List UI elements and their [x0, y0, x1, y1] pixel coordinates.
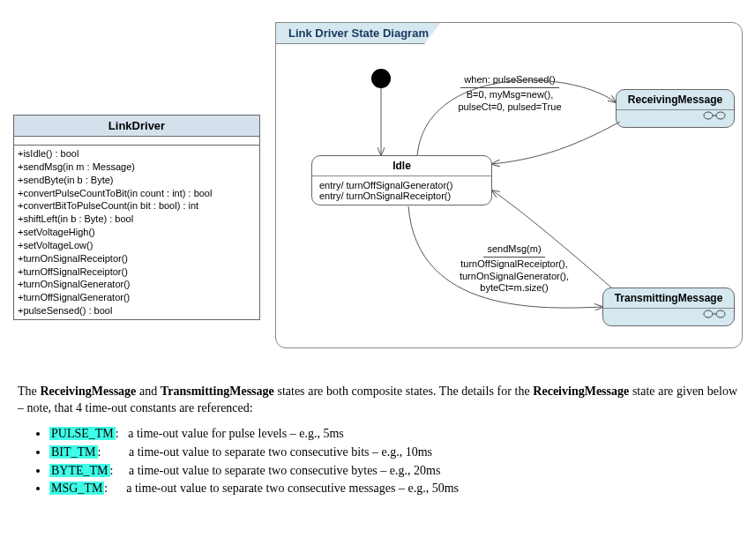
- svg-point-1: [716, 112, 725, 119]
- uml-op: +turnOnSignalReceiptor(): [18, 252, 256, 265]
- timeout-constants-list: PULSE_TM: a time-out value for pulse lev…: [49, 426, 737, 498]
- uml-op: +setVoltageLow(): [18, 239, 256, 252]
- state-idle-title: Idle: [312, 156, 491, 176]
- uml-class-title: LinkDriver: [14, 116, 259, 137]
- transition-action: B=0, myMsg=new(), pulseCt=0, pulsed=True: [459, 89, 562, 112]
- uml-op: +convertPulseCountToBit(in count : int) …: [18, 187, 256, 200]
- composite-state-icon: [603, 309, 734, 325]
- uml-op: +turnOffSignalReceiptor(): [18, 265, 256, 279]
- uml-class-operations: +isIdle() : bool +sendMsg(in m : Message…: [14, 146, 259, 319]
- composite-state-icon: [617, 110, 734, 127]
- state-idle-body: entry/ turnOffSignalGenerator() entry/ t…: [312, 176, 491, 205]
- top-region: LinkDriver +isIdle() : bool +sendMsg(in …: [0, 0, 755, 353]
- uml-class-linkdriver: LinkDriver +isIdle() : bool +sendMsg(in …: [13, 115, 260, 320]
- state-transmitting: TransmittingMessage: [602, 287, 735, 326]
- timeout-item: BIT_TM: a time-out value to separate two…: [49, 444, 737, 461]
- state-receiving-title: ReceivingMessage: [617, 90, 734, 110]
- timeout-item: BYTE_TM: a time-out value to separate tw…: [49, 463, 737, 480]
- uml-op: +isIdle() : bool: [18, 147, 256, 161]
- svg-point-0: [704, 112, 713, 119]
- frame-title: Link Driver State Diagram: [275, 22, 441, 44]
- state-idle-entry2: entry/ turnOnSignalReceiptor(): [319, 190, 484, 201]
- uml-op: +turnOffSignalGenerator(): [18, 291, 256, 304]
- description-paragraph: The ReceivingMessage and TransmittingMes…: [18, 384, 737, 417]
- state-idle-entry1: entry/ turnOffSignalGenerator(): [319, 180, 484, 190]
- uml-op: +sendByte(in b : Byte): [18, 174, 256, 187]
- timeout-item: PULSE_TM: a time-out value for pulse lev…: [49, 426, 737, 443]
- transition-trigger: when: pulseSensed(): [460, 74, 558, 88]
- state-diagram-frame: Link Driver State Diagram Idle entry/ tu…: [275, 22, 743, 348]
- uml-op: +sendMsg(in m : Message): [18, 161, 256, 174]
- state-receiving: ReceivingMessage: [616, 89, 735, 128]
- uml-op: +convertBitToPulseCount(in bit : bool) :…: [18, 199, 256, 213]
- svg-point-4: [716, 310, 725, 317]
- transition-action: turnOffSignalReceiptor(), turnOnSignalGe…: [460, 258, 569, 294]
- uml-op: +setVoltageHigh(): [18, 226, 256, 239]
- svg-point-3: [704, 310, 713, 317]
- timeout-item: MSG_TM: a time-out value to separate two…: [49, 481, 737, 497]
- transition-trigger: sendMsg(m): [483, 243, 544, 258]
- uml-op: +turnOnSignalGenerator(): [18, 278, 256, 291]
- initial-state-node: [371, 69, 391, 88]
- uml-op: +shiftLeft(in b : Byte) : bool: [18, 213, 256, 226]
- state-transmitting-title: TransmittingMessage: [603, 288, 734, 309]
- transition-idle-to-receiving-label: when: pulseSensed() B=0, myMsg=new(), pu…: [422, 74, 598, 113]
- description-text: The ReceivingMessage and TransmittingMes…: [18, 384, 737, 499]
- state-idle: Idle entry/ turnOffSignalGenerator() ent…: [311, 155, 492, 205]
- transition-idle-to-transmitting-label: sendMsg(m) turnOffSignalReceiptor(), tur…: [435, 243, 594, 295]
- uml-class-attributes-empty: [14, 137, 259, 146]
- uml-op: +pulseSensed() : bool: [18, 304, 256, 317]
